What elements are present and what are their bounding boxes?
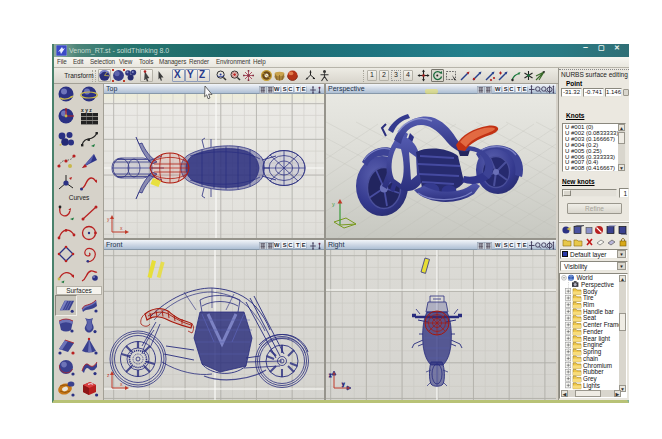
- svg-text:Lights: Lights: [583, 382, 600, 390]
- svg-text:y: y: [332, 201, 335, 207]
- svg-text:x y z: x y z: [81, 107, 92, 113]
